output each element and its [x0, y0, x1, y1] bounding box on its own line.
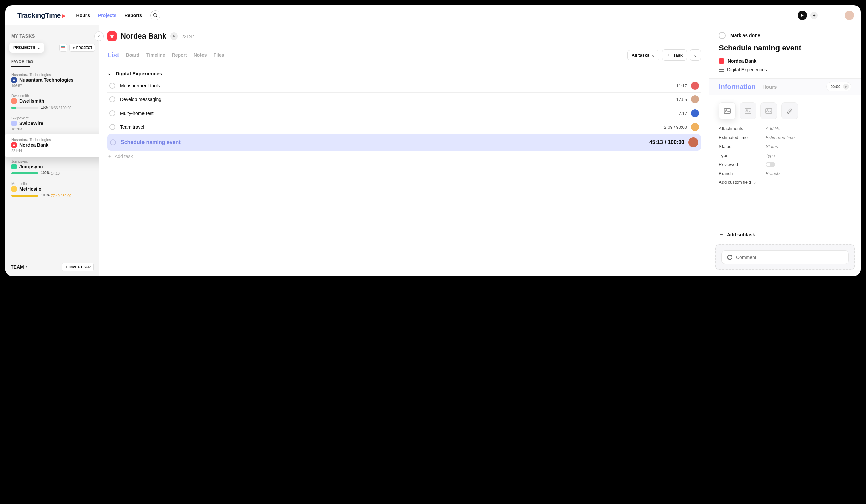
tab-board[interactable]: Board [126, 52, 140, 58]
task-assignee-avatar[interactable] [691, 95, 699, 103]
svg-marker-7 [13, 144, 15, 146]
nav-projects[interactable]: Projects [98, 13, 116, 18]
add-task-button[interactable]: ＋ Task [662, 49, 687, 61]
add-task-label: Task [673, 53, 682, 58]
sidebar-project-item[interactable]: SwipeWireSwipeWire182:03 [5, 113, 99, 134]
svg-rect-3 [62, 46, 65, 47]
task-section-ref[interactable]: Digital Experiences [709, 67, 861, 78]
mark-done-label[interactable]: Mark as done [730, 33, 760, 38]
field-value-status[interactable]: Status [766, 144, 778, 149]
filter-tasks-dropdown[interactable]: All tasks ⌄ [627, 50, 659, 60]
tab-report[interactable]: Report [172, 52, 187, 58]
info-tab-information[interactable]: Information [719, 83, 756, 91]
add-custom-label: Add custom field [719, 180, 751, 184]
sidebar-project-item[interactable]: Nusantara TechnologiesNusantara Technolo… [5, 70, 99, 91]
attachment-slot-1[interactable] [719, 102, 735, 119]
task-assignee-avatar[interactable] [688, 137, 698, 147]
task-complete-checkbox[interactable] [109, 110, 115, 116]
comment-input[interactable] [736, 254, 844, 260]
task-row[interactable]: Team travel2:09 / 90:00 [107, 120, 701, 134]
add-task-inline[interactable]: ＋ Add task [107, 153, 701, 159]
comment-dropzone[interactable] [715, 244, 855, 270]
task-name: Measurement tools [120, 83, 676, 89]
add-project-label: PROJECT [76, 46, 92, 49]
tab-list[interactable]: List [107, 51, 119, 59]
search-button[interactable] [150, 10, 160, 21]
add-custom-field[interactable]: Add custom field ⌄ [719, 178, 851, 184]
task-complete-checkbox[interactable] [110, 139, 116, 145]
svg-marker-13 [845, 86, 847, 88]
task-assignee-avatar[interactable] [691, 109, 699, 117]
star-icon [12, 143, 16, 147]
reviewed-toggle[interactable] [766, 162, 775, 167]
plus-icon: ＋ [719, 232, 723, 238]
task-timer-play[interactable] [843, 84, 849, 90]
task-name: Multy-home test [120, 111, 679, 116]
nav-reports[interactable]: Reports [124, 13, 142, 18]
nav-hours[interactable]: Hours [76, 13, 90, 18]
field-value-branch[interactable]: Branch [766, 171, 779, 176]
global-timer-play[interactable] [798, 11, 807, 20]
progress-pct: 100% [41, 193, 49, 197]
task-options-dropdown[interactable]: ⌄ [690, 49, 701, 61]
project-title: Nordea Bank [121, 32, 166, 41]
plus-icon: ＋ [667, 52, 671, 58]
projects-dropdown[interactable]: PROJECTS ⌄ [9, 43, 44, 53]
task-complete-checkbox[interactable] [109, 83, 115, 89]
chevron-down-icon: ⌄ [107, 70, 112, 76]
task-row[interactable]: Develop messaging17:55 [107, 93, 701, 106]
field-value-type[interactable]: Type [766, 153, 775, 158]
add-project-button[interactable]: ＋ PROJECT [69, 44, 95, 51]
logo-text: TrackingTime [18, 11, 61, 20]
task-row[interactable]: Schedule naming event45:13 / 100:00 [107, 134, 701, 151]
mark-done-checkbox[interactable] [719, 32, 725, 39]
add-subtask-label: Add subtask [727, 232, 755, 238]
field-label-reviewed: Reviewed [719, 162, 766, 167]
project-time: 196:57 [11, 84, 93, 88]
task-complete-checkbox[interactable] [109, 96, 115, 102]
star-icon [110, 34, 114, 38]
global-add-button[interactable]: ＋ [810, 12, 818, 19]
task-name: Team travel [120, 124, 664, 129]
add-subtask-button[interactable]: ＋ Add subtask [709, 226, 861, 242]
task-project-ref[interactable]: Nordea Bank [709, 58, 861, 67]
project-color-icon [107, 32, 117, 41]
progress-bar [11, 195, 38, 197]
progress-bar [11, 172, 38, 174]
task-row[interactable]: Multy-home test7:17 [107, 106, 701, 120]
collapse-sidebar-button[interactable]: ‹ [94, 32, 103, 41]
chevron-down-icon: ⌄ [37, 46, 40, 49]
attachment-slot-3[interactable] [760, 102, 777, 119]
sidebar-project-item[interactable]: Nusantara TechnologiesNordea Bank221:44 [5, 134, 99, 157]
svg-marker-9 [173, 35, 175, 37]
field-value-attachments[interactable]: Add file [766, 126, 780, 131]
project-play-button[interactable] [170, 33, 178, 40]
task-time: 45:13 / 100:00 [650, 139, 684, 145]
field-label-attachments: Attachments [719, 126, 766, 131]
project-time: 221:44 [11, 149, 99, 153]
team-button[interactable]: TEAM › [11, 264, 27, 270]
sidebar-project-item[interactable]: MetricsiloMetricsilo100%77:40 / 50:00 [5, 179, 99, 201]
project-org: Metricsilo [11, 182, 93, 185]
invite-user-button[interactable]: ＋ INVITE USER [62, 263, 93, 271]
sidebar-project-item[interactable]: DwellsmithDwellsmith16%16:33 / 100:00 [5, 91, 99, 113]
sidebar-project-item[interactable]: JumpsyncJumpsync100%14:10 [5, 157, 99, 179]
task-assignee-avatar[interactable] [691, 82, 699, 90]
timer-value: 00:00 [831, 85, 840, 89]
task-time: 17:55 [676, 97, 687, 102]
my-tasks-button[interactable]: MY TASKS [5, 32, 99, 43]
field-value-estimated[interactable]: Estimated time [766, 135, 795, 140]
info-tab-hours[interactable]: Hours [763, 84, 777, 90]
attachment-add[interactable] [781, 102, 798, 119]
tab-notes[interactable]: Notes [194, 52, 207, 58]
project-view-toggle[interactable] [59, 44, 67, 51]
chevron-down-icon: ⌄ [753, 180, 757, 184]
tab-timeline[interactable]: Timeline [146, 52, 165, 58]
section-header[interactable]: ⌄ Digital Experiences [107, 70, 701, 76]
attachment-slot-2[interactable] [740, 102, 756, 119]
task-row[interactable]: Measurement tools11:17 [107, 79, 701, 93]
user-avatar[interactable] [845, 11, 854, 20]
tab-files[interactable]: Files [213, 52, 224, 58]
task-assignee-avatar[interactable] [691, 123, 699, 131]
task-complete-checkbox[interactable] [109, 124, 115, 130]
